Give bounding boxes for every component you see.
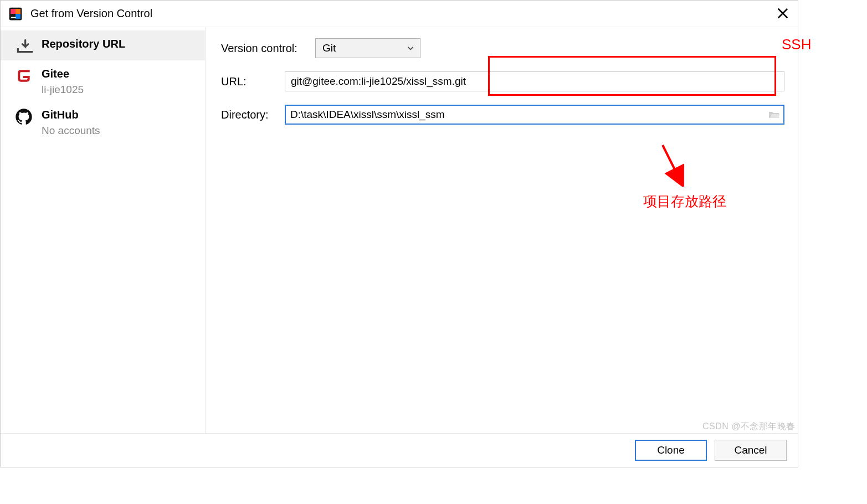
annotation-arrow bbox=[657, 142, 690, 187]
dialog-footer: Clone Cancel bbox=[1, 434, 798, 467]
sidebar-item-label: Repository URL bbox=[42, 36, 125, 52]
directory-row: Directory: bbox=[221, 105, 784, 125]
sidebar-item-github[interactable]: GitHub No accounts bbox=[1, 101, 205, 142]
intellij-icon bbox=[8, 7, 23, 21]
github-icon bbox=[15, 108, 33, 126]
browse-folder-button[interactable] bbox=[765, 110, 783, 119]
url-row: URL: bbox=[221, 71, 784, 91]
annotation-path: 项目存放路径 bbox=[643, 192, 726, 210]
cancel-button[interactable]: Cancel bbox=[715, 440, 787, 461]
directory-input[interactable] bbox=[286, 109, 765, 121]
vc-select[interactable]: Git bbox=[315, 38, 420, 58]
close-icon[interactable] bbox=[777, 7, 789, 19]
directory-label: Directory: bbox=[221, 109, 285, 121]
url-label: URL: bbox=[221, 75, 285, 88]
gitee-icon bbox=[15, 67, 33, 85]
version-control-row: Version control: Git bbox=[221, 38, 784, 58]
sidebar-item-label: Gitee bbox=[42, 66, 84, 81]
folder-icon bbox=[768, 110, 779, 119]
sidebar-item-label: GitHub bbox=[42, 107, 100, 122]
repo-url-icon bbox=[15, 37, 33, 55]
url-input[interactable] bbox=[285, 71, 784, 91]
sidebar-item-repository-url[interactable]: Repository URL bbox=[1, 30, 205, 60]
svg-rect-1 bbox=[11, 17, 16, 18]
dialog-title: Get from Version Control bbox=[30, 7, 152, 20]
vc-select-value: Git bbox=[322, 42, 336, 54]
directory-field[interactable] bbox=[285, 105, 784, 125]
main-panel: Version control: Git URL: Directory: bbox=[206, 27, 798, 433]
sidebar-item-sub: li-jie1025 bbox=[42, 84, 84, 96]
chevron-down-icon bbox=[407, 44, 414, 52]
sidebar: Repository URL Gitee li-jie1025 GitHub bbox=[1, 27, 206, 433]
svg-line-2 bbox=[663, 145, 679, 178]
sidebar-item-gitee[interactable]: Gitee li-jie1025 bbox=[1, 60, 205, 101]
vc-label: Version control: bbox=[221, 42, 315, 55]
title-bar: Get from Version Control bbox=[1, 1, 798, 27]
version-control-dialog: Get from Version Control Repository URL bbox=[0, 0, 798, 467]
sidebar-item-sub: No accounts bbox=[42, 125, 100, 137]
annotation-ssh: SSH bbox=[782, 36, 811, 53]
watermark: CSDN @不念那年晚春 bbox=[702, 421, 796, 433]
dialog-body: Repository URL Gitee li-jie1025 GitHub bbox=[1, 27, 798, 434]
clone-button[interactable]: Clone bbox=[635, 440, 707, 461]
